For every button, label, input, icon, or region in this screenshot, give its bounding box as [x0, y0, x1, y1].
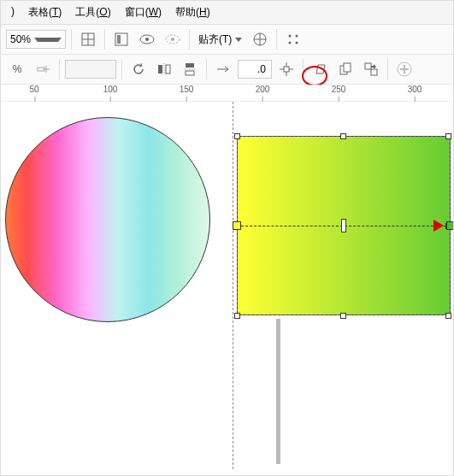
- svg-rect-22: [186, 63, 194, 68]
- ruler-tick: 100: [103, 85, 118, 94]
- selection-handle-se[interactable]: [445, 313, 451, 319]
- svg-rect-4: [117, 35, 121, 44]
- options-icon[interactable]: [282, 28, 304, 50]
- menu-window[interactable]: 窗口(W): [120, 3, 167, 21]
- percent-button[interactable]: %: [6, 58, 28, 80]
- eye-icon[interactable]: [136, 28, 158, 50]
- width-field[interactable]: [65, 60, 116, 79]
- svg-rect-26: [284, 67, 289, 72]
- swap-icon[interactable]: [360, 58, 382, 80]
- copy-properties-button[interactable]: [334, 58, 357, 80]
- ruler-tick: 250: [332, 85, 346, 94]
- canvas[interactable]: [1, 102, 453, 469]
- add-button[interactable]: [393, 58, 416, 80]
- gradient-midpoint[interactable]: [341, 219, 346, 232]
- ruler-tick: 300: [408, 85, 422, 94]
- svg-point-13: [296, 35, 298, 38]
- selection-handle-n[interactable]: [340, 133, 346, 139]
- ruler-tick: 150: [180, 85, 194, 94]
- menu-help[interactable]: 帮助(H): [170, 3, 215, 21]
- selection-handle-s[interactable]: [340, 313, 346, 319]
- divider-stem: [276, 319, 280, 464]
- percent-label: %: [13, 63, 22, 75]
- svg-point-14: [289, 42, 292, 44]
- toolbar-row-1: 50% 贴齐(T): [1, 25, 453, 55]
- svg-point-8: [171, 38, 174, 41]
- rotate-ccw-icon[interactable]: [127, 58, 150, 80]
- menu-tools[interactable]: 工具(O): [70, 3, 115, 21]
- ruler-horizontal: 50 100 150 200 250 300: [1, 85, 453, 102]
- guide-vertical[interactable]: [233, 102, 233, 469]
- eye-off-icon[interactable]: [162, 28, 184, 50]
- rotation-field[interactable]: .0: [238, 60, 272, 79]
- gradient-direction-arrow: [433, 220, 444, 232]
- ruler-tick: 50: [29, 85, 38, 94]
- add-node-button[interactable]: [32, 58, 54, 80]
- svg-rect-34: [371, 69, 377, 75]
- layout-icon[interactable]: [110, 28, 133, 50]
- selection-handle-nw[interactable]: [234, 133, 240, 139]
- chevron-down-icon: [34, 38, 62, 42]
- circle-shape[interactable]: [5, 117, 210, 322]
- snap-toggle-icon[interactable]: [249, 28, 271, 50]
- selection-handle-sw[interactable]: [234, 313, 240, 319]
- gradient-stop-end[interactable]: [446, 221, 453, 230]
- toolbar-row-2: % .0: [1, 55, 453, 85]
- svg-rect-32: [344, 63, 351, 72]
- zoom-value: 50%: [10, 33, 31, 45]
- chevron-down-icon: [235, 38, 242, 42]
- svg-rect-33: [365, 63, 371, 69]
- svg-rect-19: [158, 65, 162, 73]
- mirror-h-icon[interactable]: [153, 58, 175, 80]
- menu-bar: ) 表格(T) 工具(O) 窗口(W) 帮助(H): [1, 1, 453, 25]
- svg-point-15: [296, 42, 298, 44]
- gradient-stop-start[interactable]: [233, 221, 241, 230]
- grid-icon[interactable]: [77, 28, 99, 50]
- svg-rect-20: [166, 65, 170, 73]
- anchor-center-icon[interactable]: [275, 58, 298, 80]
- arrow-right-icon[interactable]: [212, 58, 234, 80]
- mirror-v-icon[interactable]: [179, 58, 201, 80]
- snap-menu[interactable]: 贴齐(T): [195, 32, 245, 47]
- menu-table[interactable]: 表格(T): [23, 3, 67, 21]
- zoom-select[interactable]: 50%: [6, 30, 66, 49]
- skew-icon[interactable]: [309, 58, 331, 80]
- svg-rect-23: [186, 71, 194, 75]
- ruler-tick: 200: [256, 85, 270, 94]
- menu-item-partial[interactable]: ): [6, 3, 20, 21]
- svg-point-12: [289, 35, 292, 38]
- selection-handle-ne[interactable]: [445, 133, 451, 139]
- snap-label: 贴齐(T): [198, 32, 232, 47]
- rotation-value: .0: [257, 63, 266, 75]
- svg-point-6: [145, 38, 149, 41]
